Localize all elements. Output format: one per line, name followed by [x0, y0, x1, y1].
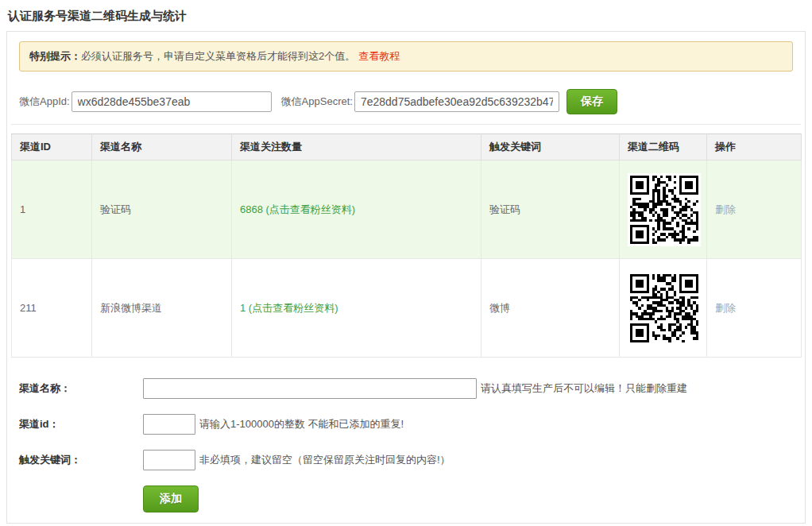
channel-name-cell: 新浪微博渠道 — [92, 259, 232, 358]
qr-code-image — [628, 272, 701, 345]
trigger-keyword-cell: 验证码 — [481, 161, 620, 259]
appsecret-input[interactable] — [354, 91, 559, 112]
header-trigger-keyword: 触发关键词 — [481, 134, 620, 161]
channel-name-row: 渠道名称： 请认真填写生产后不可以编辑！只能删除重建 — [19, 378, 801, 399]
header-actions: 操作 — [707, 134, 802, 161]
trigger-keyword-hint: 非必填项，建议留空（留空保留原关注时回复的内容!） — [199, 453, 450, 467]
channel-name-label: 渠道名称： — [19, 381, 143, 396]
header-channel-name: 渠道名称 — [92, 134, 232, 161]
appsecret-label: 微信AppSecret: — [281, 95, 353, 109]
channel-id-row: 渠道id： 请输入1-100000的整数 不能和已添加的重复! — [19, 414, 801, 435]
trigger-keyword-row: 触发关键词： 非必填项，建议留空（留空保留原关注时回复的内容!） — [19, 450, 801, 470]
view-tutorial-link[interactable]: 查看教程 — [358, 50, 400, 62]
appid-label: 微信AppId: — [19, 95, 70, 109]
header-qr-code: 渠道二维码 — [620, 134, 707, 161]
trigger-keyword-input[interactable] — [143, 450, 195, 470]
table-row: 1 验证码 6868 (点击查看粉丝资料) 验证码 删除 — [12, 161, 802, 259]
qr-code-cell — [620, 161, 707, 259]
view-fans-link[interactable]: 6868 (点击查看粉丝资料) — [240, 203, 355, 215]
trigger-keyword-label: 触发关键词： — [19, 453, 143, 467]
add-channel-form: 渠道名称： 请认真填写生产后不可以编辑！只能删除重建 渠道id： 请输入1-10… — [19, 378, 801, 512]
channel-id-label: 渠道id： — [19, 417, 143, 431]
table-header-row: 渠道ID 渠道名称 渠道关注数量 触发关键词 渠道二维码 操作 — [12, 134, 802, 161]
header-follow-count: 渠道关注数量 — [232, 134, 481, 161]
delete-channel-link[interactable]: 删除 — [715, 203, 736, 215]
main-panel: 特别提示：必须认证服务号，申请自定义菜单资格后才能得到这2个值。查看教程 微信A… — [6, 31, 806, 524]
save-button[interactable]: 保存 — [566, 89, 617, 114]
channel-id-hint: 请输入1-100000的整数 不能和已添加的重复! — [199, 417, 404, 431]
channel-name-cell: 验证码 — [92, 161, 232, 259]
actions-cell: 删除 — [707, 161, 802, 259]
qr-code-image — [628, 173, 701, 246]
channel-name-input[interactable] — [143, 378, 477, 399]
notice-banner: 特别提示：必须认证服务号，申请自定义菜单资格后才能得到这2个值。查看教程 — [19, 41, 793, 72]
channel-id-cell: 211 — [12, 259, 92, 358]
channel-id-cell: 1 — [12, 161, 92, 259]
view-fans-link[interactable]: 1 (点击查看粉丝资料) — [240, 302, 338, 314]
qr-code-cell — [620, 259, 707, 358]
channel-name-hint: 请认真填写生产后不可以编辑！只能删除重建 — [481, 381, 687, 396]
channel-id-input[interactable] — [143, 414, 195, 435]
table-row: 211 新浪微博渠道 1 (点击查看粉丝资料) 微博 删除 — [12, 259, 802, 358]
follow-count-cell: 1 (点击查看粉丝资料) — [232, 259, 481, 358]
notice-text: 必须认证服务号，申请自定义菜单资格后才能得到这2个值。 — [81, 50, 355, 62]
page-title: 认证服务号渠道二维码生成与统计 — [0, 0, 812, 31]
header-channel-id: 渠道ID — [12, 134, 92, 161]
follow-count-cell: 6868 (点击查看粉丝资料) — [232, 161, 481, 259]
add-button[interactable]: 添加 — [143, 485, 199, 512]
credentials-row: 微信AppId: 微信AppSecret: 保存 — [11, 83, 801, 125]
delete-channel-link[interactable]: 删除 — [715, 302, 736, 314]
channels-table: 渠道ID 渠道名称 渠道关注数量 触发关键词 渠道二维码 操作 1 验证码 68… — [11, 133, 802, 358]
appid-input[interactable] — [72, 91, 272, 112]
notice-label: 特别提示： — [29, 50, 81, 62]
actions-cell: 删除 — [707, 259, 802, 358]
trigger-keyword-cell: 微博 — [481, 259, 620, 358]
